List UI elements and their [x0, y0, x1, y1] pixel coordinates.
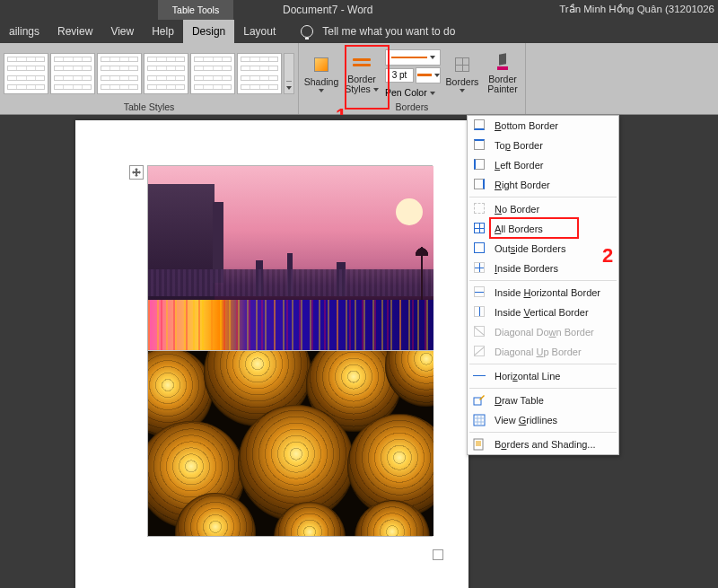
ribbon: Table Styles Shading Border Styles 3 pt …	[0, 43, 718, 115]
borders-icon	[455, 57, 469, 72]
shading-button[interactable]: Shading	[302, 47, 340, 101]
menu-item-diagonal-up-border[interactable]: Diagonal Up Border	[468, 342, 618, 362]
table-style-thumb[interactable]	[50, 53, 95, 94]
menu-item-horizontal-line[interactable]: Horizontal Line	[468, 366, 618, 386]
tab-view[interactable]: View	[101, 20, 143, 43]
menu-item-bottom-border[interactable]: Bottom Border	[468, 116, 618, 136]
chevron-down-icon	[430, 92, 435, 95]
shading-icon	[314, 57, 328, 72]
menu-item-all-borders[interactable]: All Borders	[468, 219, 618, 239]
user-name[interactable]: Trần Minh Hồng Quân (31201026	[559, 3, 714, 15]
table-style-thumb[interactable]	[144, 53, 188, 94]
menu-separator	[469, 388, 617, 389]
image-cityscape[interactable]	[148, 166, 433, 350]
menu-item-no-border[interactable]: No Border	[468, 199, 618, 219]
table-styles-more-button[interactable]	[284, 53, 294, 94]
menu-separator	[469, 364, 617, 364]
borders-dropdown-menu: Bottom Border Top Border Left Border Rig…	[467, 115, 619, 455]
table[interactable]	[147, 165, 433, 537]
chevron-down-icon	[373, 88, 379, 92]
table-move-handle[interactable]	[129, 165, 144, 180]
menu-item-outside-borders[interactable]: Outside Borders	[468, 239, 618, 259]
image-lanterns[interactable]	[148, 351, 433, 536]
chevron-down-icon	[460, 89, 465, 92]
menu-separator	[469, 197, 617, 197]
menu-item-borders-and-shading[interactable]: Borders and Shading...	[468, 434, 618, 454]
pen-style-selector[interactable]	[385, 49, 441, 66]
table-style-thumb[interactable]	[237, 53, 282, 94]
menu-item-right-border[interactable]: Right Border	[468, 175, 618, 195]
menu-item-left-border[interactable]: Left Border	[468, 155, 618, 175]
menu-item-draw-table[interactable]: Draw Table	[468, 391, 618, 410]
table-styles-gallery[interactable]	[4, 53, 294, 94]
table-style-thumb[interactable]	[190, 53, 235, 94]
tab-layout[interactable]: Layout	[234, 20, 285, 43]
pen-weight-selector[interactable]: 3 pt	[385, 68, 414, 83]
table-cell[interactable]	[148, 166, 433, 351]
border-styles-icon	[353, 58, 371, 66]
contextual-tab-table-tools[interactable]: Table Tools	[158, 0, 233, 20]
menu-item-inside-borders[interactable]: Inside Borders	[468, 259, 618, 278]
pen-color-button[interactable]: Pen Color	[385, 87, 441, 98]
chevron-down-icon	[319, 89, 324, 92]
lightbulb-icon	[301, 25, 313, 38]
title-bar: Table Tools Document7 - Word Trần Minh H…	[0, 0, 718, 20]
table-cell[interactable]	[148, 351, 433, 536]
menu-item-diagonal-down-border[interactable]: Diagonal Down Border	[468, 322, 618, 342]
document-title: Document7 - Word	[283, 0, 372, 20]
border-painter-icon	[495, 54, 510, 70]
group-label-table-styles: Table Styles	[4, 101, 294, 114]
chevron-down-icon	[434, 74, 440, 77]
tab-help[interactable]: Help	[143, 20, 183, 43]
page[interactable]	[75, 120, 468, 588]
menu-item-view-gridlines[interactable]: View Gridlines	[468, 410, 618, 430]
border-painter-button[interactable]: Border Painter	[484, 47, 521, 101]
table-style-thumb[interactable]	[4, 53, 48, 94]
tell-me-input[interactable]: Tell me what you want to do	[322, 25, 455, 38]
menu-item-inside-horizontal-border[interactable]: Inside Horizontal Border	[468, 283, 618, 303]
menu-item-inside-vertical-border[interactable]: Inside Vertical Border	[468, 303, 618, 322]
table-style-thumb[interactable]	[97, 53, 142, 94]
menu-separator	[469, 280, 617, 281]
pen-weight-preview[interactable]	[416, 67, 441, 83]
table-resize-handle[interactable]	[433, 549, 443, 560]
svg-rect-2	[474, 439, 483, 450]
tab-mailings[interactable]: ailings	[0, 20, 48, 43]
tab-design[interactable]: Design	[183, 20, 234, 43]
menu-item-top-border[interactable]: Top Border	[468, 136, 618, 155]
chevron-down-icon	[430, 56, 435, 59]
borders-split-button[interactable]: Borders	[443, 47, 481, 101]
svg-rect-1	[474, 415, 485, 426]
tab-review[interactable]: Review	[48, 20, 101, 43]
ribbon-tabs: ailings Review View Help Design Layout T…	[0, 20, 718, 43]
border-styles-button[interactable]: Border Styles	[343, 47, 381, 101]
menu-separator	[469, 432, 617, 433]
group-label-borders: Borders	[302, 101, 521, 114]
